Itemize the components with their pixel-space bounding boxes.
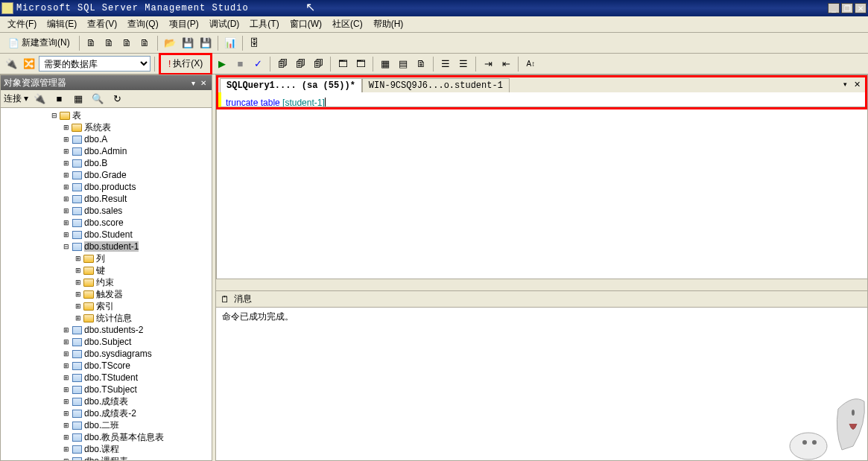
tab-close-icon[interactable]: ✕ — [852, 79, 862, 89]
tree-node[interactable]: ⊞dbo.products — [2, 181, 210, 193]
expand-icon[interactable]: ⊞ — [62, 195, 71, 203]
expand-icon[interactable]: ⊞ — [74, 255, 83, 262]
connect-icon-2[interactable]: ■ — [51, 91, 67, 107]
registered-servers-button[interactable]: 🗄 — [247, 35, 263, 51]
expand-icon[interactable]: ⊞ — [62, 147, 71, 155]
uncomment-button[interactable]: ☰ — [455, 56, 472, 72]
query-options-button[interactable]: 🗐 — [292, 56, 308, 72]
save-all-button[interactable]: 💾 — [197, 35, 214, 51]
tab-sqlquery1[interactable]: SQLQuery1.... (sa (55))* — [220, 78, 362, 92]
tabs-dropdown-icon[interactable]: ▾ — [840, 79, 850, 89]
messages-tab[interactable]: 🗒 消息 — [216, 291, 867, 308]
menu-debug[interactable]: 调试(D) — [205, 16, 244, 32]
new-query-button[interactable]: 📄 新建查询(N) — [3, 35, 75, 51]
open-button[interactable]: 📂 — [162, 35, 178, 51]
tree-node[interactable]: ⊞触发器 — [2, 288, 210, 300]
activity-monitor-button[interactable]: 📊 — [222, 35, 238, 51]
expand-icon[interactable]: ⊞ — [62, 445, 71, 453]
tree-node[interactable]: ⊞索引 — [2, 300, 210, 312]
tree-node[interactable]: ⊟表 — [2, 109, 210, 121]
filter-icon[interactable]: 🔍 — [89, 91, 106, 107]
parse-button[interactable]: ✓ — [250, 56, 266, 72]
menu-view[interactable]: 查看(V) — [83, 16, 121, 32]
tree-node[interactable]: ⊞dbo.sysdiagrams — [2, 348, 210, 360]
results-text-button[interactable]: ▤ — [395, 56, 411, 72]
menu-window[interactable]: 窗口(W) — [285, 16, 326, 32]
menu-project[interactable]: 项目(P) — [165, 16, 203, 32]
comment-button[interactable]: ☰ — [437, 56, 454, 72]
tool-btn-3[interactable]: 🗎 — [119, 35, 136, 51]
results-grid-button[interactable]: ▦ — [377, 56, 393, 72]
tree-node[interactable]: ⊞dbo.sales — [2, 205, 210, 217]
expand-icon[interactable]: ⊞ — [62, 386, 71, 393]
expand-icon[interactable]: ⊞ — [74, 302, 83, 310]
expand-icon[interactable]: ⊞ — [62, 326, 71, 334]
expand-icon[interactable]: ⊞ — [62, 362, 71, 369]
execute-button[interactable]: ! 执行(X) — [162, 56, 209, 72]
menu-help[interactable]: 帮助(H) — [369, 16, 408, 32]
menu-community[interactable]: 社区(C) — [328, 16, 367, 32]
include-plan-button[interactable]: 🗔 — [335, 56, 351, 72]
tree-node[interactable]: ⊞dbo.TStudent — [2, 372, 210, 384]
menu-tools[interactable]: 工具(T) — [245, 16, 283, 32]
tree-node[interactable]: ⊞键 — [2, 264, 210, 276]
expand-icon[interactable]: ⊟ — [50, 112, 59, 119]
expand-icon[interactable]: ⊞ — [62, 433, 71, 441]
close-button[interactable]: ✕ — [855, 3, 867, 13]
expand-icon[interactable]: ⊞ — [62, 350, 71, 357]
expand-icon[interactable]: ⊞ — [62, 136, 71, 143]
tree-node[interactable]: ⊟dbo.student-1 — [2, 241, 210, 252]
refresh-icon[interactable]: ↻ — [109, 91, 125, 107]
tree-node[interactable]: ⊞dbo.students-2 — [2, 324, 210, 336]
tool-btn-2[interactable]: 🗎 — [101, 35, 118, 51]
specify-values-button[interactable]: A↕ — [522, 56, 539, 72]
expand-icon[interactable]: ⊞ — [62, 159, 71, 167]
expand-icon[interactable]: ⊞ — [62, 398, 71, 405]
tree-node[interactable]: ⊞系统表 — [2, 121, 210, 133]
editor-hscroll[interactable] — [216, 279, 867, 290]
estimated-plan-button[interactable]: 🗐 — [274, 56, 291, 72]
connection-button[interactable]: 🔌 — [3, 56, 19, 72]
sql-editor[interactable]: truncate table [student-1] — [218, 92, 865, 107]
tree-node[interactable]: ⊞约束 — [2, 276, 210, 288]
tree-node[interactable]: ⊞dbo.B — [2, 157, 210, 169]
expand-icon[interactable]: ⊞ — [62, 422, 71, 429]
expand-icon[interactable]: ⊞ — [62, 231, 71, 238]
tool-btn-4[interactable]: 🗎 — [137, 35, 153, 51]
expand-icon[interactable]: ⊞ — [62, 171, 71, 179]
stop-button[interactable]: ■ — [232, 56, 248, 72]
expand-icon[interactable]: ⊞ — [62, 457, 71, 460]
connect-icon-1[interactable]: 🔌 — [31, 91, 48, 107]
expand-icon[interactable]: ⊞ — [62, 183, 71, 191]
editor-whitespace[interactable] — [216, 109, 867, 279]
expand-icon[interactable]: ⊞ — [62, 338, 71, 346]
tree-node[interactable]: ⊞dbo.二班 — [2, 419, 210, 431]
change-connection-button[interactable]: 🔀 — [21, 56, 37, 72]
outdent-button[interactable]: ⇤ — [498, 56, 514, 72]
menu-edit[interactable]: 编辑(E) — [42, 16, 81, 32]
expand-icon[interactable]: ⊟ — [62, 243, 71, 250]
connect-button[interactable]: 连接 ▾ — [4, 92, 28, 105]
tree-node[interactable]: ⊞列 — [2, 252, 210, 264]
restore-button[interactable]: ❐ — [841, 3, 853, 13]
intellisense-button[interactable]: 🗐 — [310, 56, 326, 72]
expand-icon[interactable]: ⊞ — [62, 124, 71, 131]
expand-icon[interactable]: ⊞ — [62, 219, 71, 226]
tree-node[interactable]: ⊞dbo.Student — [2, 229, 210, 241]
minimize-button[interactable]: _ — [828, 3, 840, 13]
tree-node[interactable]: ⊞dbo.Grade — [2, 169, 210, 181]
tree-node[interactable]: ⊞dbo.课程表 — [2, 455, 210, 460]
debug-button[interactable]: ▶ — [214, 56, 230, 72]
expand-icon[interactable]: ⊞ — [74, 314, 83, 322]
tree-node[interactable]: ⊞dbo.score — [2, 217, 210, 229]
expand-icon[interactable]: ⊞ — [74, 290, 83, 298]
expand-icon[interactable]: ⊞ — [74, 267, 83, 274]
results-file-button[interactable]: 🗎 — [413, 56, 429, 72]
save-button[interactable]: 💾 — [180, 35, 196, 51]
object-tree[interactable]: ⊟表⊞系统表⊞dbo.A⊞dbo.Admin⊞dbo.B⊞dbo.Grade⊞d… — [1, 108, 212, 460]
tree-node[interactable]: ⊞dbo.A — [2, 133, 210, 145]
tab-student1[interactable]: WIN-9CSQ9J6...o.student-1 — [362, 78, 510, 92]
tree-node[interactable]: ⊞dbo.课程 — [2, 443, 210, 455]
menu-file[interactable]: 文件(F) — [3, 16, 41, 32]
tree-node[interactable]: ⊞dbo.Admin — [2, 145, 210, 157]
